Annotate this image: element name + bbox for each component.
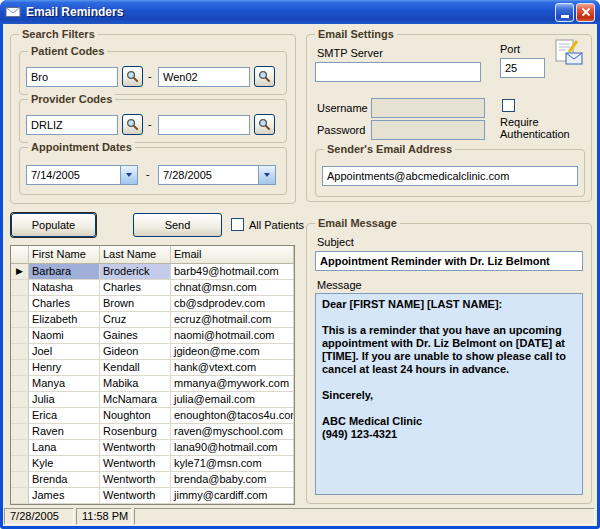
populate-button[interactable]: Populate [11,213,96,237]
grid-cell[interactable]: cb@sdprodev.com [171,296,294,312]
provider-code-to-input[interactable] [158,115,250,135]
appointment-date-to-dropdown[interactable]: 7/28/2005 [158,165,276,185]
grid-cell[interactable]: Joel [29,344,100,360]
row-selector[interactable] [11,280,29,296]
grid-cell[interactable]: kyle71@msn.com [171,456,294,472]
row-selector[interactable] [11,312,29,328]
dropdown-button[interactable] [120,166,137,184]
require-authentication-checkbox[interactable] [502,99,515,112]
table-row[interactable]: HenryKendallhank@vtext.com [11,360,294,376]
provider-code-to-search-button[interactable] [254,114,275,135]
grid-cell[interactable]: Wentworth [100,440,171,456]
grid-cell[interactable]: Natasha [29,280,100,296]
row-selector[interactable] [11,424,29,440]
column-header-first-name[interactable]: First Name [29,246,100,264]
grid-cell[interactable]: enoughton@tacos4u.com [171,408,294,424]
grid-cell[interactable]: Julia [29,392,100,408]
table-row[interactable]: NaomiGainesnaomi@hotmail.com [11,328,294,344]
grid-cell[interactable]: Elizabeth [29,312,100,328]
grid-cell[interactable]: Wentworth [100,472,171,488]
appointment-date-from-dropdown[interactable]: 7/14/2005 [26,165,138,185]
patient-grid[interactable]: First Name Last Name Email ▶BarbaraBrode… [10,245,295,505]
minimize-button[interactable] [555,3,574,22]
grid-corner-cell[interactable] [11,246,29,264]
grid-cell[interactable]: Charles [100,280,171,296]
row-selector[interactable] [11,456,29,472]
subject-input[interactable] [315,251,583,271]
table-row[interactable]: JuliaMcNamarajulia@email.com [11,392,294,408]
table-row[interactable]: KyleWentworthkyle71@msn.com [11,456,294,472]
patient-code-to-search-button[interactable] [254,66,275,87]
grid-cell[interactable]: hank@vtext.com [171,360,294,376]
grid-cell[interactable]: Broderick [100,264,171,280]
row-selector[interactable] [11,488,29,504]
all-patients-option[interactable]: All Patients [231,218,304,231]
grid-cell[interactable]: jgideon@me.com [171,344,294,360]
provider-code-from-input[interactable] [26,115,118,135]
username-input[interactable] [371,98,485,118]
grid-cell[interactable]: Mabika [100,376,171,392]
grid-cell[interactable]: chnat@msn.com [171,280,294,296]
grid-cell[interactable]: jimmy@cardiff.com [171,488,294,504]
table-row[interactable]: CharlesBrowncb@sdprodev.com [11,296,294,312]
send-button[interactable]: Send [133,213,222,237]
grid-cell[interactable]: Barbara [29,264,100,280]
sender-email-input[interactable] [322,166,578,186]
grid-cell[interactable]: Brown [100,296,171,312]
grid-cell[interactable]: Gideon [100,344,171,360]
table-row[interactable]: RavenRosenburgraven@myschool.com [11,424,294,440]
dropdown-button[interactable] [258,166,275,184]
row-selector[interactable] [11,296,29,312]
provider-code-from-search-button[interactable] [122,114,143,135]
grid-cell[interactable]: Brenda [29,472,100,488]
grid-cell[interactable]: naomi@hotmail.com [171,328,294,344]
grid-cell[interactable]: Kyle [29,456,100,472]
grid-cell[interactable]: mmanya@mywork.com [171,376,294,392]
table-row[interactable]: JoelGideonjgideon@me.com [11,344,294,360]
row-selector[interactable] [11,472,29,488]
row-selector[interactable] [11,328,29,344]
table-row[interactable]: ElizabethCruzecruz@hotmail.com [11,312,294,328]
row-selector[interactable] [11,344,29,360]
grid-cell[interactable]: Naomi [29,328,100,344]
grid-cell[interactable]: Noughton [100,408,171,424]
grid-cell[interactable]: Kendall [100,360,171,376]
grid-cell[interactable]: Charles [29,296,100,312]
all-patients-checkbox[interactable] [231,218,244,231]
grid-cell[interactable]: McNamara [100,392,171,408]
grid-cell[interactable]: Rosenburg [100,424,171,440]
table-row[interactable]: BrendaWentworthbrenda@baby.com [11,472,294,488]
table-row[interactable]: ManyaMabikammanya@mywork.com [11,376,294,392]
grid-cell[interactable]: barb49@hotmail.com [171,264,294,280]
grid-cell[interactable]: Erica [29,408,100,424]
patient-code-from-search-button[interactable] [122,66,143,87]
patient-code-to-input[interactable] [158,67,250,87]
row-selector[interactable] [11,392,29,408]
port-input[interactable] [500,58,545,78]
grid-cell[interactable]: ecruz@hotmail.com [171,312,294,328]
row-selector[interactable] [11,440,29,456]
grid-cell[interactable]: Manya [29,376,100,392]
grid-cell[interactable]: James [29,488,100,504]
grid-cell[interactable]: Wentworth [100,456,171,472]
patient-code-from-input[interactable] [26,67,118,87]
grid-cell[interactable]: Gaines [100,328,171,344]
message-textarea[interactable]: Dear [FIRST NAME] [LAST NAME]: This is a… [315,293,583,495]
grid-cell[interactable]: Cruz [100,312,171,328]
column-header-last-name[interactable]: Last Name [100,246,171,264]
smtp-server-input[interactable] [315,62,481,82]
grid-cell[interactable]: Raven [29,424,100,440]
table-row[interactable]: NatashaCharleschnat@msn.com [11,280,294,296]
password-input[interactable] [371,120,485,140]
row-selector[interactable] [11,376,29,392]
row-selector[interactable]: ▶ [11,264,29,280]
grid-cell[interactable]: Lana [29,440,100,456]
table-row[interactable]: LanaWentworthlana90@hotmail.com [11,440,294,456]
table-row[interactable]: ▶BarbaraBroderickbarb49@hotmail.com [11,264,294,280]
row-selector[interactable] [11,408,29,424]
close-button[interactable] [576,3,595,22]
row-selector[interactable] [11,360,29,376]
grid-cell[interactable]: Wentworth [100,488,171,504]
grid-cell[interactable]: Henry [29,360,100,376]
table-row[interactable]: JamesWentworthjimmy@cardiff.com [11,488,294,504]
